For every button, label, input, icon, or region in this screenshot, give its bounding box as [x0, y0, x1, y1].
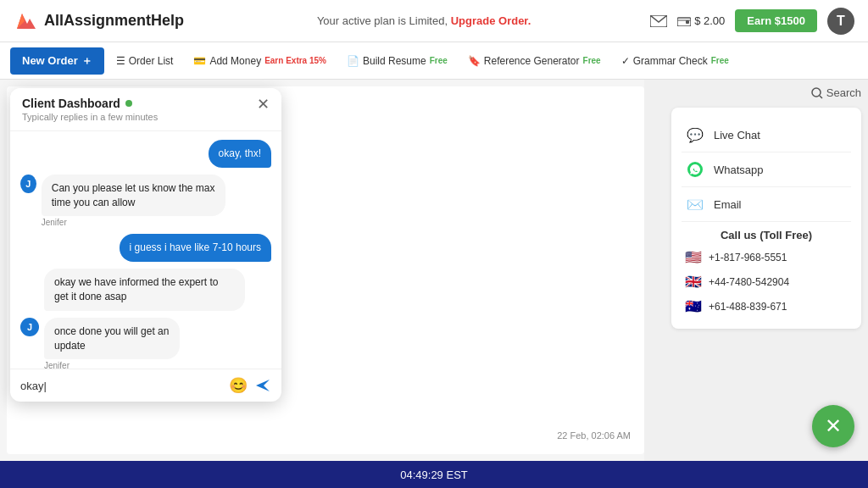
chat-header: Client Dashboard Typically replies in a …: [10, 88, 281, 131]
right-panel: Search 💬 Live Chat Whatsapp ✉️ Email Cal…: [665, 80, 868, 461]
call-section-label: Call us (Toll Free): [682, 222, 851, 245]
chat-input[interactable]: [20, 380, 222, 392]
live-chat-icon: 💬: [685, 125, 705, 145]
nav-add-money[interactable]: 💳 Add Money Earn Extra 15%: [185, 50, 335, 72]
agent-avatar: J: [20, 318, 39, 336]
nav-order-list[interactable]: ☰ Order List: [108, 50, 182, 72]
message-bubble: okay, thx!: [209, 140, 271, 168]
message-bubble: Can you please let us know the max time …: [42, 175, 225, 217]
phone-uk[interactable]: 🇬🇧 +44-7480-542904: [682, 269, 851, 294]
agent-name: Jenifer: [42, 218, 271, 227]
agent-name: Jenifer: [44, 361, 213, 369]
message-bubble: once done you will get an update: [44, 318, 180, 360]
message-row: i guess i have like 7-10 hours: [20, 234, 271, 262]
message-row: J Can you please let us know the max tim…: [20, 175, 271, 228]
live-chat-item[interactable]: 💬 Live Chat: [682, 118, 851, 152]
upgrade-link[interactable]: Upgrade Order.: [451, 14, 531, 27]
svg-rect-2: [686, 20, 689, 24]
earn-button[interactable]: Earn $1500: [735, 9, 817, 32]
uk-flag: 🇬🇧: [685, 274, 702, 290]
phone-us[interactable]: 🇺🇸 +1-817-968-5551: [682, 245, 851, 269]
emoji-button[interactable]: 😊: [229, 376, 248, 395]
chat-messages: okay, thx! J Can you please let us know …: [10, 131, 281, 369]
footer-time: 04:49:29 EST: [400, 469, 468, 481]
logo[interactable]: AllAssignmentHelp: [14, 8, 184, 34]
nav-build-resume[interactable]: 📄 Build Resume Free: [338, 50, 456, 72]
agent-avatar: J: [20, 175, 36, 193]
chat-subtitle: Typically replies in a few minutes: [22, 112, 158, 122]
nav-bar: New Order ＋ ☰ Order List 💳 Add Money Ear…: [0, 42, 868, 80]
send-button[interactable]: [254, 377, 271, 394]
message-row: okay we have informed the expert to get …: [20, 269, 271, 311]
au-flag: 🇦🇺: [685, 298, 702, 314]
header: AllAssignmentHelp Your active plan is Li…: [0, 0, 868, 42]
doc-timestamp: 22 Feb, 02:06 AM: [557, 429, 631, 444]
us-flag: 🇺🇸: [685, 249, 702, 265]
message-bubble: okay we have informed the expert to get …: [44, 269, 245, 311]
chat-close-button[interactable]: ✕: [257, 97, 270, 112]
wallet-info: $ 2.00: [677, 14, 725, 27]
header-right: $ 2.00 Earn $1500 T: [650, 8, 854, 35]
message-row: J once done you will get an update Jenif…: [20, 318, 271, 369]
message-row: okay, thx!: [20, 140, 271, 168]
email-item[interactable]: ✉️ Email: [682, 187, 851, 222]
svg-line-5: [820, 96, 822, 98]
online-indicator: [125, 100, 132, 107]
nav-reference-gen[interactable]: 🔖 Reference Generator Free: [459, 50, 609, 72]
contact-card: 💬 Live Chat Whatsapp ✉️ Email Call us (T…: [671, 108, 861, 329]
search-bar[interactable]: Search: [671, 86, 861, 99]
mail-icon[interactable]: [650, 15, 667, 27]
logo-text: AllAssignmentHelp: [44, 12, 184, 30]
whatsapp-icon: [685, 159, 705, 180]
float-close-button[interactable]: ✕: [812, 405, 854, 447]
chat-input-area: 😊: [10, 369, 281, 402]
footer: 04:49:29 EST: [0, 461, 868, 488]
avatar[interactable]: T: [827, 8, 854, 35]
header-notice: Your active plan is Limited, Upgrade Ord…: [198, 14, 650, 27]
chat-widget: Client Dashboard Typically replies in a …: [10, 88, 281, 402]
message-bubble: i guess i have like 7-10 hours: [120, 234, 271, 262]
nav-grammar-check[interactable]: ✓ Grammar Check Free: [613, 50, 737, 72]
whatsapp-item[interactable]: Whatsapp: [682, 152, 851, 187]
chat-title: Client Dashboard: [22, 97, 158, 110]
svg-point-4: [812, 88, 821, 97]
email-icon: ✉️: [685, 194, 705, 214]
main-area: tionary format, I can do it : n the scri…: [0, 80, 868, 461]
new-order-button[interactable]: New Order ＋: [10, 47, 104, 75]
phone-au[interactable]: 🇦🇺 +61-488-839-671: [682, 294, 851, 319]
